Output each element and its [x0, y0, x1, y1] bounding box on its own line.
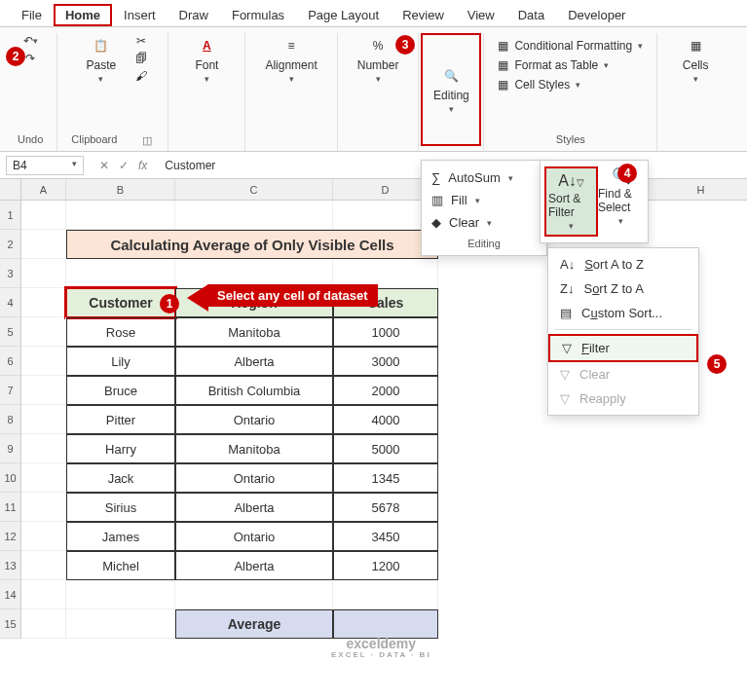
- cell[interactable]: Alberta: [175, 347, 333, 376]
- format-painter-icon[interactable]: 🖌: [133, 68, 149, 84]
- sort-az-item[interactable]: A↓Sort A to Z: [548, 252, 698, 276]
- cell[interactable]: [21, 405, 66, 434]
- cell[interactable]: [21, 288, 66, 317]
- tab-review[interactable]: Review: [391, 4, 456, 26]
- row-15[interactable]: 15: [0, 609, 21, 639]
- custom-sort-item[interactable]: ▤Custom Sort...: [548, 301, 698, 325]
- tab-developer[interactable]: Developer: [556, 4, 637, 26]
- tab-view[interactable]: View: [456, 4, 506, 26]
- cell[interactable]: [66, 259, 175, 288]
- sort-filter-button[interactable]: A↓▽ Sort & Filter▾: [544, 166, 598, 237]
- sort-za-item[interactable]: Z↓Sort Z to A: [548, 276, 698, 301]
- cell[interactable]: 1000: [333, 317, 438, 347]
- cell[interactable]: Harry: [66, 434, 175, 463]
- title-cell[interactable]: Calculating Average of Only Visible Cell…: [66, 230, 438, 259]
- tab-file[interactable]: File: [10, 4, 54, 26]
- cell[interactable]: 3450: [333, 522, 438, 551]
- row-2[interactable]: 2: [0, 230, 21, 259]
- row-9[interactable]: 9: [0, 434, 21, 463]
- cell[interactable]: Rose: [66, 317, 175, 347]
- col-B[interactable]: B: [66, 179, 175, 201]
- clipboard-launcher-icon[interactable]: ◫: [140, 132, 154, 149]
- cell[interactable]: [175, 580, 333, 609]
- cell[interactable]: [21, 347, 66, 376]
- row-1[interactable]: 1: [0, 201, 21, 230]
- format-as-table-button[interactable]: ▦Format as Table▾: [498, 58, 643, 72]
- cell[interactable]: Jack: [66, 463, 175, 493]
- cell[interactable]: [21, 201, 66, 230]
- name-box[interactable]: B4 ▾: [6, 156, 84, 175]
- tab-insert[interactable]: Insert: [112, 4, 168, 26]
- row-11[interactable]: 11: [0, 493, 21, 522]
- cell[interactable]: 3000: [333, 347, 438, 376]
- copy-icon[interactable]: 🗐: [133, 51, 149, 66]
- cell[interactable]: [333, 609, 438, 639]
- cell[interactable]: Ontario: [175, 405, 333, 434]
- cell[interactable]: [21, 493, 66, 522]
- cell[interactable]: Alberta: [175, 551, 333, 580]
- cell[interactable]: 1345: [333, 463, 438, 493]
- cell[interactable]: 5000: [333, 434, 438, 463]
- cell[interactable]: [21, 259, 66, 288]
- cells-button[interactable]: ▦ Cells ▾: [671, 33, 720, 86]
- cut-icon[interactable]: ✂: [133, 33, 149, 49]
- cell[interactable]: Pitter: [66, 405, 175, 434]
- cell[interactable]: [333, 580, 438, 609]
- col-C[interactable]: C: [175, 179, 333, 201]
- row-6[interactable]: 6: [0, 347, 21, 376]
- conditional-formatting-button[interactable]: ▦Conditional Formatting▾: [498, 39, 643, 53]
- tab-data[interactable]: Data: [506, 4, 556, 26]
- col-H[interactable]: H: [647, 179, 747, 201]
- col-A[interactable]: A: [21, 179, 66, 201]
- cell[interactable]: Alberta: [175, 493, 333, 522]
- cell[interactable]: Lily: [66, 347, 175, 376]
- autosum-item[interactable]: ∑AutoSum▾: [422, 166, 546, 189]
- cell[interactable]: [21, 434, 66, 463]
- alignment-button[interactable]: ≡ Alignment ▾: [259, 33, 322, 86]
- cell[interactable]: [21, 551, 66, 580]
- cancel-icon[interactable]: ✕: [99, 159, 109, 172]
- editing-button[interactable]: 🔍 Editing ▾: [427, 63, 475, 116]
- paste-button[interactable]: 📋 Paste ▾: [77, 33, 126, 86]
- cell[interactable]: [66, 609, 175, 639]
- row-3[interactable]: 3: [0, 259, 21, 288]
- cell[interactable]: Manitoba: [175, 317, 333, 347]
- cell[interactable]: [21, 317, 66, 347]
- cell[interactable]: [21, 522, 66, 551]
- cell[interactable]: [66, 201, 175, 230]
- cell[interactable]: [21, 609, 66, 639]
- cell-styles-button[interactable]: ▦Cell Styles▾: [498, 78, 643, 92]
- cell[interactable]: [175, 201, 333, 230]
- cell[interactable]: 1200: [333, 551, 438, 580]
- row-12[interactable]: 12: [0, 522, 21, 551]
- cell[interactable]: 4000: [333, 405, 438, 434]
- clear-item[interactable]: ◆Clear▾: [422, 211, 546, 234]
- row-10[interactable]: 10: [0, 463, 21, 493]
- select-all-corner[interactable]: [0, 179, 21, 201]
- row-13[interactable]: 13: [0, 551, 21, 580]
- cell[interactable]: 2000: [333, 376, 438, 405]
- tab-pagelayout[interactable]: Page Layout: [296, 4, 391, 26]
- row-5[interactable]: 5: [0, 317, 21, 347]
- enter-icon[interactable]: ✓: [119, 159, 129, 172]
- cell[interactable]: [21, 376, 66, 405]
- row-8[interactable]: 8: [0, 405, 21, 434]
- font-button[interactable]: A Font ▾: [182, 33, 231, 86]
- cell[interactable]: [21, 230, 66, 259]
- cell[interactable]: [66, 580, 175, 609]
- average-label-cell[interactable]: Average: [175, 609, 333, 639]
- row-7[interactable]: 7: [0, 376, 21, 405]
- tab-home[interactable]: Home: [54, 4, 112, 26]
- cell[interactable]: James: [66, 522, 175, 551]
- cell[interactable]: [21, 580, 66, 609]
- cell[interactable]: Manitoba: [175, 434, 333, 463]
- cell[interactable]: Ontario: [175, 463, 333, 493]
- tab-draw[interactable]: Draw: [168, 4, 220, 26]
- filter-item[interactable]: ▽Filter: [548, 334, 698, 362]
- row-14[interactable]: 14: [0, 580, 21, 609]
- undo-icon[interactable]: ↶▾: [22, 33, 38, 49]
- cell[interactable]: Ontario: [175, 522, 333, 551]
- cell[interactable]: [21, 463, 66, 493]
- cell[interactable]: British Columbia: [175, 376, 333, 405]
- tab-formulas[interactable]: Formulas: [220, 4, 296, 26]
